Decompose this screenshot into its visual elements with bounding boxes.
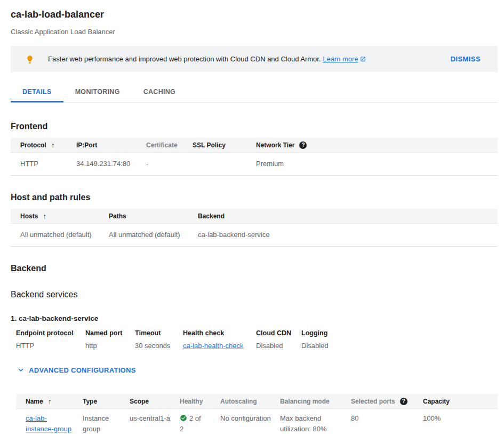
autoscaling-cell: No configuration [220,413,280,424]
capacity-cell: 100% [423,413,498,424]
frontend-table-header: Protocol ↑ IP:Port Certificate SSL Polic… [11,138,498,153]
label-endpoint-protocol: Endpoint protocol [16,329,85,337]
healthy-cell: 2 of 2 [180,413,220,434]
named-port-value: http [85,342,135,350]
banner-message-text: Faster web performance and improved web … [48,55,321,63]
page-title: ca-lab-load-balancer [11,0,498,20]
tab-caching[interactable]: CACHING [132,83,187,102]
advanced-configurations-toggle[interactable]: ADVANCED CONFIGURATIONS [16,365,498,375]
dismiss-button[interactable]: DISMISS [446,52,485,66]
column-label: Certificate [146,141,178,149]
column-header-protocol[interactable]: Protocol ↑ [20,141,76,149]
column-label: Autoscaling [220,398,257,405]
sort-ascending-icon: ↑ [43,212,46,220]
column-label: Type [83,398,97,405]
page-subtitle: Classic Application Load Balancer [11,28,498,36]
column-label: Healthy [180,398,203,405]
label-cloud-cdn: Cloud CDN [256,329,301,337]
help-icon[interactable]: ? [400,398,407,405]
balancing-mode-cell: Max backend utilization: 80% [280,413,351,434]
sort-ascending-icon: ↑ [51,141,55,149]
column-label: Hosts [20,212,38,220]
network-tier-cell: Premium [256,159,498,169]
frontend-table-row: HTTP 34.149.231.74:80 - Premium [11,153,498,176]
column-header-paths[interactable]: Paths [109,212,198,220]
protocol-cell: HTTP [20,159,76,169]
backend-service-details: Endpoint protocol Named port Timeout Hea… [16,329,498,350]
backend-services-heading: Backend services [11,290,498,299]
logging-value: Disabled [301,342,498,350]
column-label: Paths [109,212,126,220]
column-header-autoscaling: Autoscaling [220,398,280,405]
column-header-network-tier[interactable]: Network Tier ? [256,141,498,149]
column-label: IP:Port [76,141,97,149]
column-header-type[interactable]: Type [83,398,130,405]
backend-service-detail-values: HTTP http 30 seconds ca-lab-health-check… [16,342,498,350]
instances-table-header: Name ↑ Type Scope Healthy Autoscaling Ba… [16,394,498,409]
tab-details[interactable]: DETAILS [11,83,63,102]
column-label: Backend [198,212,225,220]
health-check-link[interactable]: ca-lab-health-check [183,342,243,350]
column-label: Protocol [20,141,46,149]
host-path-rules-table: Hosts ↑ Paths Backend All unmatched (def… [11,209,498,247]
selected-ports-cell: 80 [351,413,423,424]
healthy-check-icon [180,414,187,422]
backend-heading: Backend [11,264,498,273]
instance-group-link[interactable]: ca-lab-instance-group [26,414,71,433]
endpoint-protocol-value: HTTP [16,342,85,350]
help-icon[interactable]: ? [299,141,307,149]
column-header-hosts[interactable]: Hosts ↑ [20,212,109,220]
paths-cell: All unmatched (default) [109,230,198,240]
label-health-check: Health check [183,329,256,337]
advanced-configurations-label: ADVANCED CONFIGURATIONS [29,366,136,374]
column-header-scope[interactable]: Scope [130,398,180,405]
promo-banner: Faster web performance and improved web … [11,46,498,72]
host-path-table-header: Hosts ↑ Paths Backend [11,209,498,224]
column-label: SSL Policy [193,141,226,149]
timeout-value: 30 seconds [135,342,183,350]
column-label: Name [26,398,43,405]
column-header-capacity[interactable]: Capacity [423,398,498,405]
column-label: Network Tier [256,141,294,149]
column-header-name[interactable]: Name ↑ [26,397,83,406]
backend-cell: ca-lab-backend-service [198,230,498,240]
column-label: Capacity [423,398,450,405]
learn-more-link[interactable]: Learn more [323,55,365,63]
column-label: Selected ports [351,398,395,405]
certificate-cell: - [146,159,193,169]
frontend-heading: Frontend [11,122,498,131]
column-header-certificate: Certificate [146,141,193,149]
type-cell: Instance group [83,413,130,434]
backend-service-title: 1. ca-lab-backend-service [11,314,498,322]
lightbulb-icon [26,55,34,64]
label-named-port: Named port [85,329,135,337]
label-logging: Logging [301,329,498,337]
backend-instances-table: Name ↑ Type Scope Healthy Autoscaling Ba… [16,394,498,434]
ip-port-cell: 34.149.231.74:80 [76,159,146,169]
column-header-ip-port[interactable]: IP:Port [76,141,146,149]
chevron-down-icon [16,365,26,375]
banner-message: Faster web performance and improved web … [48,55,366,63]
column-header-ssl-policy[interactable]: SSL Policy [193,141,256,149]
column-label: Balancing mode [280,398,330,405]
load-balancer-details-page: ca-lab-load-balancer Classic Application… [0,0,504,434]
label-timeout: Timeout [135,329,183,337]
backend-service-detail-labels: Endpoint protocol Named port Timeout Hea… [16,329,498,337]
hosts-cell: All unmatched (default) [20,230,109,240]
cloud-cdn-value: Disabled [256,342,301,350]
host-path-rules-heading: Host and path rules [11,193,498,202]
tab-monitoring[interactable]: MONITORING [63,83,132,102]
frontend-table: Protocol ↑ IP:Port Certificate SSL Polic… [11,138,498,176]
external-link-icon [360,56,366,62]
column-header-balancing-mode: Balancing mode [280,398,351,405]
scope-cell: us-central1-a [130,413,180,424]
sort-ascending-icon: ↑ [48,397,52,406]
column-header-selected-ports: Selected ports ? [351,398,423,405]
column-label: Scope [130,398,149,405]
column-header-healthy: Healthy [180,398,220,405]
instances-table-row: ca-lab-instance-group Instance group us-… [16,409,498,434]
host-path-table-row: All unmatched (default) All unmatched (d… [11,224,498,247]
tab-bar: DETAILS MONITORING CACHING [11,83,498,102]
learn-more-label: Learn more [323,55,358,63]
column-header-backend[interactable]: Backend [198,212,498,220]
